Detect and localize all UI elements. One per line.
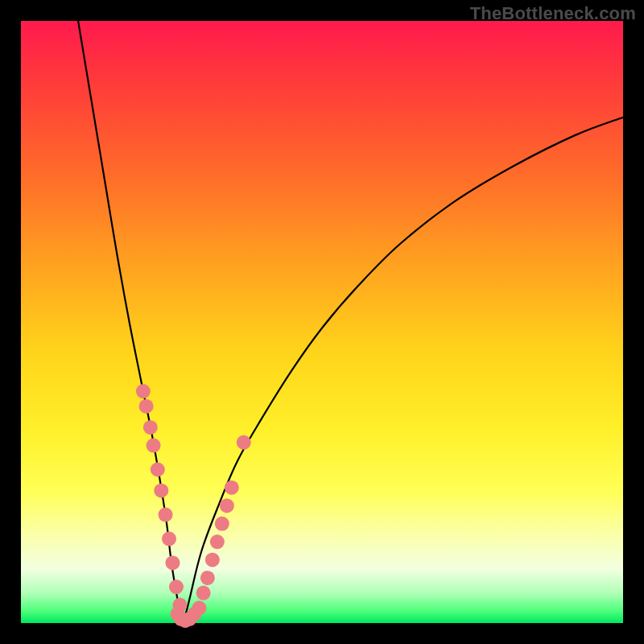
data-point	[159, 507, 173, 522]
data-point	[196, 586, 211, 601]
data-point	[225, 481, 239, 495]
data-point	[237, 436, 251, 450]
data-point	[200, 571, 215, 585]
bottleneck-curve-chart	[21, 21, 623, 623]
watermark-text: TheBottleneck.com	[470, 3, 636, 24]
data-point	[143, 420, 158, 435]
data-point	[220, 498, 234, 513]
data-point	[139, 399, 154, 414]
data-point	[192, 601, 206, 615]
data-point	[136, 384, 151, 398]
data-markers	[136, 384, 251, 628]
data-point	[162, 531, 176, 546]
data-point	[215, 517, 229, 531]
data-point	[205, 552, 220, 567]
curve-right	[184, 118, 623, 623]
data-point	[154, 483, 168, 497]
data-point	[147, 438, 161, 452]
data-point	[210, 535, 225, 549]
data-point	[151, 462, 165, 477]
data-point	[165, 555, 180, 570]
data-point	[169, 580, 184, 594]
